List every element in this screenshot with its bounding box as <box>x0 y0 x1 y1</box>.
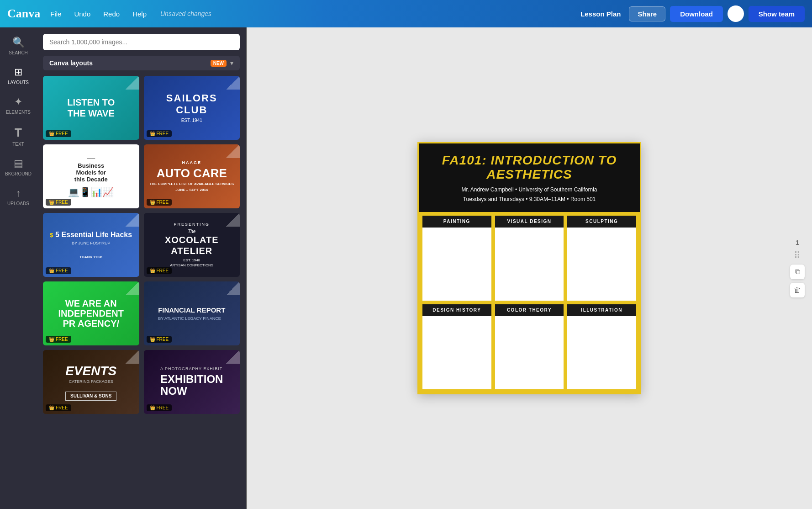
sidebar-item-uploads[interactable]: ↑ UPLOADS <box>0 183 37 211</box>
copy-page-button[interactable]: ⧉ <box>790 265 805 279</box>
card-title-lifehacks: $ 5 Essential Life Hacks BY JUNE FOSHRUP… <box>45 226 137 264</box>
free-badge-lifehacks: 👑 FREE <box>46 267 71 274</box>
chevron-down-icon: ▾ <box>230 59 233 67</box>
fold-corner <box>226 281 240 295</box>
cell-painting[interactable]: PAINTING <box>422 216 491 301</box>
layout-card-listen[interactable]: LISTEN TOTHE WAVE 👑 FREE <box>43 76 139 140</box>
canva-logo[interactable]: Canva <box>7 7 40 21</box>
layout-card-financial[interactable]: FINANCIAL REPORT BY ATLANTIC LEGACY FINA… <box>144 281 240 345</box>
cell-header-color-theory: COLOR THEORY <box>495 304 564 316</box>
crown-icon: 👑 <box>49 131 54 136</box>
app-header: Canva File Undo Redo Help Unsaved change… <box>0 0 812 27</box>
card-title-xocolate: PRESENTING The XOCOLATEATELIER EST. 1948… <box>160 217 223 272</box>
free-badge-events: 👑 FREE <box>46 404 71 411</box>
free-badge-sailors: 👑 FREE <box>147 130 172 137</box>
search-input[interactable] <box>43 34 240 50</box>
layouts-panel: Canva layouts NEW ▾ LISTEN TOTHE WAVE 👑 … <box>37 27 247 509</box>
file-menu[interactable]: File <box>47 8 64 20</box>
layout-card-exhibition[interactable]: A PHOTOGRAPHY EXHIBIT EXHIBITIONNOW 👑 FR… <box>144 350 240 414</box>
layouts-grid: LISTEN TOTHE WAVE 👑 FREE SAILORSCLUB EST… <box>43 76 240 414</box>
sidebar-label-uploads: UPLOADS <box>7 201 29 206</box>
sidebar-item-elements[interactable]: ✦ ELEMENTS <box>0 91 37 119</box>
avatar[interactable] <box>728 5 744 22</box>
sidebar-label-search: SEARCH <box>9 50 28 55</box>
card-title-business: —— BusinessModels forthis Decade 💻📱📊📈 <box>63 151 118 202</box>
document-header: FA101: INTRODUCTION TO AESTHETICS Mr. An… <box>419 143 640 212</box>
crown-icon: 👑 <box>49 337 54 342</box>
lesson-plan-document[interactable]: FA101: INTRODUCTION TO AESTHETICS Mr. An… <box>417 142 641 394</box>
crown-icon: 👑 <box>49 268 54 273</box>
cell-header-illustration: ILLUSTRATION <box>567 304 636 316</box>
fold-corner <box>126 281 139 295</box>
layouts-dropdown[interactable]: Canva layouts NEW ▾ <box>43 56 240 70</box>
layout-card-pr[interactable]: WE ARE ANINDEPENDENTPR AGENCY/ 👑 FREE <box>43 281 139 345</box>
sidebar-item-background[interactable]: ▤ BKGROUND <box>0 153 37 181</box>
show-team-button[interactable]: Show team <box>749 6 805 22</box>
crown-icon: 👑 <box>150 337 155 342</box>
document-title: FA101: INTRODUCTION TO AESTHETICS <box>428 154 631 182</box>
fold-corner <box>126 76 139 90</box>
redo-button[interactable]: Redo <box>100 8 122 20</box>
cell-color-theory[interactable]: COLOR THEORY <box>495 304 564 389</box>
layout-card-autocare[interactable]: HAAGE AUTO CARE THE COMPLETE LIST OF AVA… <box>144 144 240 208</box>
card-title-autocare: HAAGE AUTO CARE THE COMPLETE LIST OF AVA… <box>145 156 238 197</box>
layout-card-events[interactable]: EVENTS CATERING PACKAGES SULLIVAN & SONS… <box>43 350 139 414</box>
layout-card-lifehacks[interactable]: $ 5 Essential Life Hacks BY JUNE FOSHRUP… <box>43 213 139 277</box>
cell-illustration[interactable]: ILLUSTRATION <box>567 304 636 389</box>
cell-body-sculpting <box>567 228 636 301</box>
card-title-financial: FINANCIAL REPORT BY ATLANTIC LEGACY FINA… <box>152 300 232 328</box>
delete-page-button[interactable]: 🗑 <box>790 283 805 297</box>
layout-card-business[interactable]: —— BusinessModels forthis Decade 💻📱📊📈 👑 … <box>43 144 139 208</box>
free-label-lifehacks: FREE <box>56 268 68 273</box>
crown-icon: 👑 <box>150 405 155 410</box>
page-indicators: 1 ⠿ ⧉ 🗑 <box>790 239 805 297</box>
free-badge-xocolate: 👑 FREE <box>147 267 172 274</box>
document-subtitle: Mr. Andrew Campbell • University of Sout… <box>428 185 631 204</box>
download-button[interactable]: Download <box>670 6 723 22</box>
card-title-sailors: SAILORSCLUB EST. 1941 <box>162 88 222 128</box>
main-area: 🔍 SEARCH ⊞ LAYOUTS ✦ ELEMENTS T TEXT ▤ B… <box>0 27 812 509</box>
free-label-autocare: FREE <box>157 200 169 205</box>
crown-icon: 👑 <box>49 405 54 410</box>
free-badge-financial: 👑 FREE <box>147 336 172 343</box>
cell-body-painting <box>422 228 491 301</box>
crown-icon: 👑 <box>150 200 155 205</box>
cell-body-illustration <box>567 316 636 389</box>
share-button[interactable]: Share <box>629 6 665 21</box>
layout-card-sailors[interactable]: SAILORSCLUB EST. 1941 👑 FREE <box>144 76 240 140</box>
free-label-xocolate: FREE <box>157 268 169 273</box>
sidebar-item-search[interactable]: 🔍 SEARCH <box>0 32 37 60</box>
fold-corner <box>226 144 240 158</box>
canvas-area: FA101: INTRODUCTION TO AESTHETICS Mr. An… <box>247 27 812 509</box>
dropdown-label: Canva layouts <box>49 59 207 67</box>
cell-header-painting: PAINTING <box>422 216 491 228</box>
sidebar-item-text[interactable]: T TEXT <box>0 121 37 151</box>
free-badge-exhibition: 👑 FREE <box>147 404 172 411</box>
help-menu[interactable]: Help <box>130 8 149 20</box>
lesson-plan-button[interactable]: Lesson Plan <box>577 8 624 20</box>
free-badge-listen: 👑 FREE <box>46 130 71 137</box>
undo-button[interactable]: Undo <box>71 8 93 20</box>
free-label-listen: FREE <box>56 131 68 136</box>
layouts-icon: ⊞ <box>14 66 22 78</box>
cell-sculpting[interactable]: SCULPTING <box>567 216 636 301</box>
free-badge-business: 👑 FREE <box>46 199 71 206</box>
free-label-pr: FREE <box>56 337 68 342</box>
dot-grid-icon: ⠿ <box>794 250 801 261</box>
card-title-pr: WE ARE ANINDEPENDENTPR AGENCY/ <box>54 294 128 333</box>
cell-design-history[interactable]: DESIGN HISTORY <box>422 304 491 389</box>
free-label-business: FREE <box>56 200 68 205</box>
header-right: Lesson Plan Share Download Show team <box>577 5 805 22</box>
new-badge: NEW <box>211 60 227 67</box>
cell-visual-design[interactable]: VISUAL DESIGN <box>495 216 564 301</box>
free-label-events: FREE <box>56 405 68 410</box>
sidebar-item-layouts[interactable]: ⊞ LAYOUTS <box>0 62 37 90</box>
cell-body-design-history <box>422 316 491 389</box>
cell-body-visual-design <box>495 228 564 301</box>
sidebar-label-text: TEXT <box>12 142 24 147</box>
fold-corner <box>126 350 139 364</box>
layout-card-xocolate[interactable]: PRESENTING The XOCOLATEATELIER EST. 1948… <box>144 213 240 277</box>
logo-text: Canva <box>7 7 40 21</box>
fold-corner <box>226 350 240 364</box>
card-title-exhibition: A PHOTOGRAPHY EXHIBIT EXHIBITIONNOW <box>155 361 228 403</box>
